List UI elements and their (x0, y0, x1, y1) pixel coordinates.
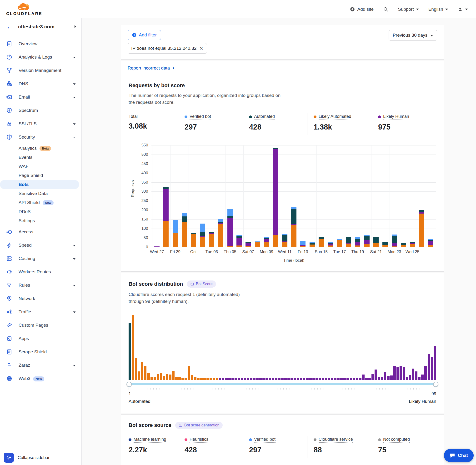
sidebar-item-web3[interactable]: Web3New (0, 372, 81, 385)
sidebar-item-caching[interactable]: Caching (0, 252, 81, 265)
stacked-bar-day-29[interactable] (410, 242, 415, 247)
stacked-bar-day-25[interactable] (373, 237, 379, 247)
sidebar-item-dns[interactable]: DNS (0, 77, 81, 90)
search-button[interactable] (383, 7, 388, 12)
add-site-button[interactable]: Add site (350, 7, 374, 12)
histogram-bar-score-88 (400, 366, 402, 380)
sidebar-subitem-bots[interactable]: Bots (0, 180, 79, 189)
spectrum-icon (6, 107, 12, 114)
sidebar-item-workers-routes[interactable]: Workers Routes (0, 265, 81, 279)
sidebar-item-spectrum[interactable]: Spectrum (0, 104, 81, 117)
sidebar-item-security[interactable]: Security (0, 130, 81, 144)
stacked-bar-day-15[interactable] (282, 234, 287, 247)
sidebar-subitem-page-shield[interactable]: Page Shield (0, 171, 81, 180)
bar-segment (163, 189, 169, 221)
sidebar-item-traffic[interactable]: Traffic (0, 305, 81, 318)
settings-gear-button[interactable] (4, 453, 14, 463)
language-menu[interactable]: English (428, 7, 448, 12)
chevron-down-icon (73, 258, 75, 260)
sidebar-item-analytics-logs[interactable]: Analytics & Logs (0, 51, 81, 64)
stacked-bar-day-27[interactable] (392, 234, 397, 247)
stacked-bar-day-11[interactable] (245, 242, 251, 247)
score-range-slider[interactable] (128, 383, 436, 385)
stacked-bar-day-24[interactable] (364, 235, 370, 247)
account-menu[interactable] (458, 7, 468, 12)
sidebar-item-scrape-shield[interactable]: Scrape Shield (0, 345, 81, 359)
stacked-bar-day-13[interactable] (264, 237, 269, 247)
overview-icon (6, 41, 12, 47)
back-arrow-icon[interactable]: ← (7, 23, 13, 31)
histogram-bar-score-98 (431, 357, 433, 380)
stacked-bar-day-12[interactable] (255, 242, 260, 247)
sidebar-subitem-ddos[interactable]: DDoS (0, 207, 81, 216)
stacked-bar-day-30[interactable] (419, 210, 424, 247)
stacked-bar-day-22[interactable] (346, 237, 351, 247)
bot-score-badge[interactable]: Bot Score (187, 280, 216, 288)
sidebar-item-network[interactable]: Network (0, 292, 81, 305)
stacked-bar-day-28[interactable] (401, 243, 406, 247)
filter-chip[interactable]: IP does not equal 35.212.240.32 ✕ (128, 43, 207, 53)
stacked-bar-day-4[interactable] (182, 213, 187, 247)
stacked-bar-day-26[interactable] (382, 242, 388, 247)
stacked-bar-day-23[interactable] (355, 237, 360, 247)
chevron-down-icon (73, 123, 75, 125)
sidebar-subitem-api-shield[interactable]: API ShieldNew (0, 198, 81, 207)
add-filter-button[interactable]: Add filter (128, 30, 161, 40)
stacked-bar-day-20[interactable] (328, 242, 333, 247)
sidebar-subitem-events[interactable]: Events (0, 153, 81, 162)
y-tick-label: 200 (141, 208, 148, 212)
stacked-bar-day-31[interactable] (428, 239, 433, 247)
stacked-bar-day-18[interactable] (309, 242, 315, 247)
histogram-bar-score-4 (138, 371, 140, 380)
bot-score-generation-badge[interactable]: Bot score generation (175, 422, 223, 429)
sidebar-item-version-management[interactable]: Version Management (0, 64, 81, 77)
sidebar-subitem-settings[interactable]: Settings (0, 216, 81, 225)
sidebar-item-custom-pages[interactable]: Custom Pages (0, 318, 81, 332)
sidebar-item-label: Access (19, 229, 76, 234)
stacked-bar-day-7[interactable] (209, 232, 214, 247)
stacked-bar-day-14[interactable] (273, 148, 278, 247)
sidebar-item-speed[interactable]: Speed (0, 239, 81, 252)
site-selector[interactable]: ← cftestsite3.com (0, 18, 81, 35)
stacked-bar-day-19[interactable] (319, 237, 324, 247)
stacked-bar-day-6[interactable] (200, 223, 205, 247)
stacked-bar-day-8[interactable] (218, 219, 223, 247)
sidebar-item-access[interactable]: Access (0, 225, 81, 239)
histogram-bar-score-41 (253, 378, 255, 380)
bar-segment (182, 216, 187, 222)
stacked-bar-day-5[interactable] (191, 233, 196, 247)
histogram-bar-score-8 (150, 377, 153, 380)
report-incorrect-data-link[interactable]: Report incorrect data (128, 65, 170, 71)
date-range-dropdown[interactable]: Previous 30 days (389, 30, 437, 41)
support-menu[interactable]: Support (398, 7, 419, 12)
stacked-bar-day-17[interactable] (300, 241, 306, 247)
stacked-bar-day-21[interactable] (337, 239, 342, 247)
stacked-bar-day-3[interactable] (173, 220, 178, 247)
sidebar-item-apps[interactable]: Apps (0, 332, 81, 345)
sidebar-subitem-analytics[interactable]: AnalyticsBeta (0, 144, 81, 153)
histogram-bar-score-93 (415, 371, 417, 380)
stacked-bar-day-2[interactable] (163, 187, 169, 247)
histogram-bar-score-59 (309, 378, 312, 380)
collapse-sidebar-button[interactable]: Collapse sidebar (18, 455, 50, 460)
sidebar-item-rules[interactable]: Rules (0, 279, 81, 292)
sidebar-subitem-waf[interactable]: WAF (0, 162, 81, 171)
stacked-bar-day-1[interactable] (154, 246, 159, 247)
sidebar-item-zaraz[interactable]: Zaraz (0, 359, 81, 372)
histogram-bar-score-62 (319, 378, 321, 380)
slider-handle-max[interactable] (433, 382, 438, 387)
stacked-bar-day-10[interactable] (236, 235, 242, 247)
sidebar-subitem-label: API Shield (19, 200, 40, 205)
stacked-bar-day-16[interactable] (291, 207, 296, 247)
remove-filter-icon[interactable]: ✕ (199, 45, 203, 51)
bar-segment (209, 234, 214, 247)
histogram-bar-score-16 (175, 377, 178, 380)
sidebar-item-overview[interactable]: Overview (0, 37, 81, 51)
chat-button[interactable]: Chat (444, 449, 474, 462)
slider-handle-min[interactable] (127, 382, 132, 387)
sidebar-subitem-sensitive-data[interactable]: Sensitive Data (0, 189, 81, 198)
bar-segment (255, 242, 260, 247)
stacked-bar-day-9[interactable] (227, 209, 233, 247)
sidebar-item-email[interactable]: Email (0, 90, 81, 104)
sidebar-item-ssl-tls[interactable]: SSL/TLS (0, 117, 81, 130)
